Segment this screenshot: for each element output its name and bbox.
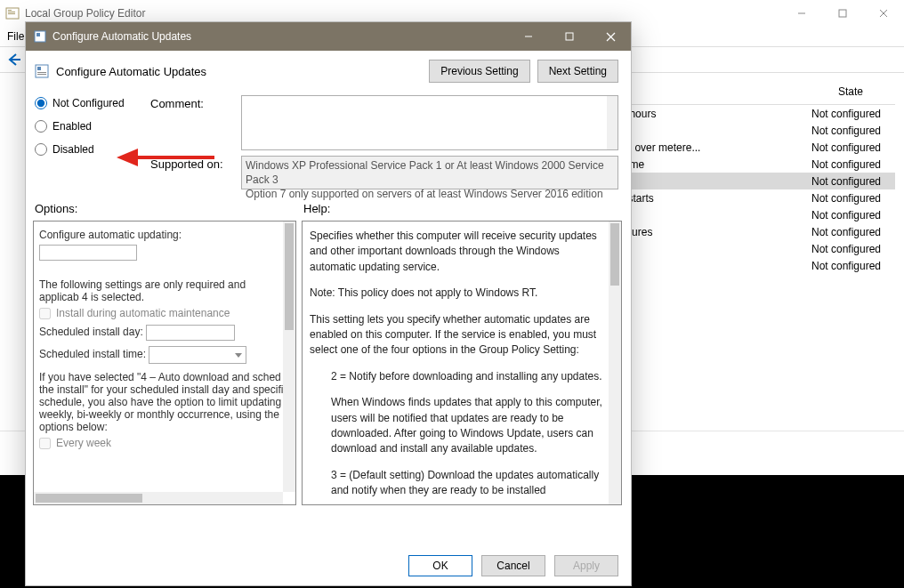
svg-rect-3 [8,13,15,14]
scheduled-time-label: Scheduled install time: [39,348,146,360]
comment-label: Comment: [150,95,232,110]
every-week-input[interactable] [39,438,51,449]
help-p5: When Windows finds updates that apply to… [310,395,605,457]
dialog-close-button[interactable] [590,22,631,51]
parent-title: Local Group Policy Editor [25,7,145,20]
policy-heading-icon [35,64,49,78]
svg-rect-2 [8,12,15,12]
dialog-heading: Configure Automatic Updates [56,65,206,78]
configure-updating-combo[interactable] [39,245,137,261]
previous-setting-button[interactable]: Previous Setting [429,60,529,83]
options-scroll-horizontal[interactable] [34,492,283,504]
settings-row-state: Not configured [806,141,895,154]
radio-disabled[interactable]: Disabled [35,143,150,156]
install-maintenance-input[interactable] [39,308,51,319]
comment-textarea[interactable] [241,95,618,150]
ok-button[interactable]: OK [408,555,472,576]
radio-not-configured[interactable]: Not Configured [35,97,150,109]
radio-not-configured-input[interactable] [35,97,47,109]
radio-enabled-label: Enabled [52,120,92,133]
install-maintenance-label: Install during automatic maintenance [56,307,230,319]
scheduled-day-label: Scheduled install day: [39,326,143,338]
options-following-note: The following settings are only required… [39,278,287,303]
radio-enabled-input[interactable] [35,120,47,133]
settings-row-state: Not configured [806,209,895,222]
help-scroll-vertical[interactable] [609,222,621,504]
settings-row-state: Not configured [806,192,895,205]
options-panel: Configure automatic updating: The follow… [33,221,296,505]
next-setting-button[interactable]: Next Setting [537,60,618,83]
dialog-maximize-button[interactable] [549,22,590,51]
parent-minimize-button[interactable] [781,0,822,27]
apply-button[interactable]: Apply [554,555,618,576]
config-row: Not Configured Enabled Disabled Comment:… [26,90,631,189]
svg-rect-17 [37,72,46,73]
svg-rect-10 [36,33,40,36]
parent-close-button[interactable] [863,0,904,27]
supported-on-text: Windows XP Professional Service Pack 1 o… [246,159,604,200]
scheduled-time-row: Scheduled install time: [39,346,287,364]
radio-not-configured-label: Not Configured [52,97,125,109]
dialog-titlebar[interactable]: Configure Automatic Updates [26,22,631,51]
svg-rect-16 [37,67,41,70]
dialog-title: Configure Automatic Updates [52,30,191,43]
help-p1: Specifies whether this computer will rec… [310,229,605,275]
settings-row-state: Not configured [806,108,895,120]
settings-row-state: Not configured [806,158,895,171]
help-panel: Specifies whether this computer will rec… [302,221,622,505]
settings-row-state: Not configured [806,175,895,188]
settings-row-state: Not configured [806,243,895,255]
settings-row-state: Not configured [806,125,895,137]
gpedit-icon [5,6,20,20]
options-scroll-vertical[interactable] [283,222,295,492]
settings-row-state: Not configured [806,260,895,272]
schedule-note: If you have selected "4 – Auto download … [39,371,287,433]
settings-row-state: Not configured [806,226,895,238]
radio-enabled[interactable]: Enabled [35,120,150,133]
svg-rect-12 [566,33,573,40]
svg-rect-5 [839,10,846,17]
supported-label: Supported on: [150,156,232,171]
install-maintenance-checkbox[interactable]: Install during automatic maintenance [39,307,287,319]
options-label: Options: [35,202,303,215]
state-radio-group: Not Configured Enabled Disabled [35,95,150,189]
radio-disabled-label: Disabled [52,143,94,156]
dialog-footer: OK Cancel Apply [26,546,631,585]
help-p3: This setting lets you specify whether au… [310,312,605,358]
dialog-header: Configure Automatic Updates Previous Set… [26,51,631,90]
help-p6: 3 = (Default setting) Download the updat… [310,468,605,499]
scheduled-day-row: Scheduled install day: [39,325,287,341]
cancel-button[interactable]: Cancel [481,555,545,576]
back-icon[interactable] [5,51,23,68]
menu-file[interactable]: File [7,30,24,43]
svg-rect-18 [37,74,46,75]
dialog-minimize-button[interactable] [508,22,549,51]
help-p4: 2 = Notify before downloading and instal… [310,369,605,384]
every-week-label: Every week [56,437,111,449]
column-state[interactable]: State [806,85,895,98]
help-label: Help: [303,202,330,215]
policy-icon [33,29,47,44]
svg-rect-1 [8,10,12,11]
parent-maximize-button[interactable] [822,0,863,27]
help-p2: Note: This policy does not apply to Wind… [310,286,605,301]
scheduled-time-combo[interactable] [149,346,246,364]
policy-dialog: Configure Automatic Updates Configure Au… [25,21,632,586]
configure-updating-label: Configure automatic updating: [39,229,287,241]
scheduled-day-field[interactable] [146,325,235,341]
radio-disabled-input[interactable] [35,143,47,156]
every-week-checkbox[interactable]: Every week [39,437,287,449]
supported-on-box: Windows XP Professional Service Pack 1 o… [241,156,618,189]
